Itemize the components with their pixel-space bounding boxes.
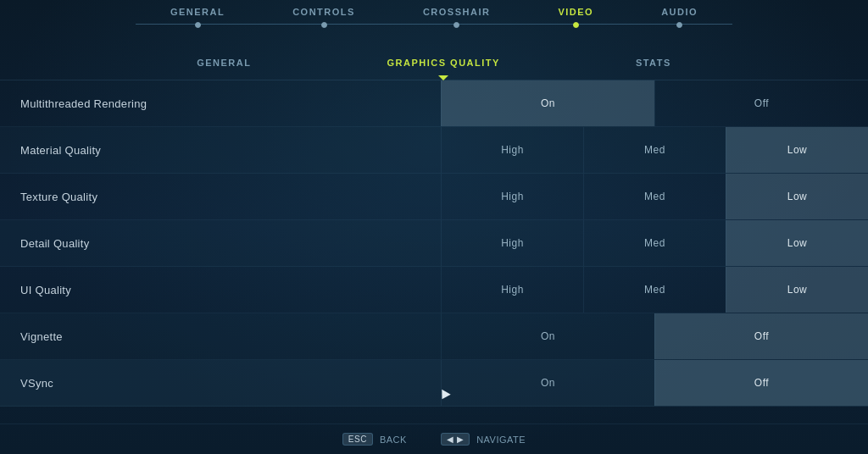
- option-btn-3-0[interactable]: High: [441, 220, 583, 266]
- option-btn-4-0[interactable]: High: [441, 267, 583, 313]
- settings-row-5: VignetteOnOff: [0, 313, 868, 360]
- setting-label-6: VSync: [0, 360, 441, 406]
- sub-tab-stats[interactable]: STATS: [568, 53, 739, 73]
- setting-options-4: HighMedLow: [441, 267, 868, 313]
- option-btn-1-2[interactable]: Low: [726, 127, 868, 173]
- nav-tab-audio[interactable]: AUDIO: [627, 7, 732, 28]
- nav-tab-label-crosshair: CROSSHAIR: [423, 7, 491, 22]
- option-btn-0-0[interactable]: On: [441, 80, 654, 126]
- settings-row-4: UI QualityHighMedLow: [0, 267, 868, 313]
- option-btn-1-1[interactable]: Med: [583, 127, 726, 173]
- setting-label-3: Detail Quality: [0, 220, 441, 266]
- setting-options-1: HighMedLow: [441, 127, 868, 173]
- bottom-bar: ESC BACK ◀ ▶ NAVIGATE: [0, 424, 868, 454]
- nav-tab-controls[interactable]: CONTROLS: [259, 7, 389, 28]
- option-btn-2-2[interactable]: Low: [726, 174, 868, 219]
- nav-tab-general[interactable]: GENERAL: [136, 7, 259, 28]
- key-badge-0: ESC: [342, 433, 373, 446]
- setting-label-0: Multithreaded Rendering: [0, 80, 441, 126]
- option-btn-3-1[interactable]: Med: [583, 220, 726, 266]
- setting-label-2: Texture Quality: [0, 174, 441, 219]
- sub-tab-general[interactable]: GENERAL: [129, 53, 319, 73]
- settings-row-6: VSyncOnOff: [0, 360, 868, 407]
- nav-tab-label-controls: CONTROLS: [292, 7, 355, 22]
- nav-dot-crosshair: [453, 22, 459, 28]
- option-btn-4-1[interactable]: Med: [583, 267, 726, 313]
- setting-options-0: OnOff: [441, 80, 868, 126]
- setting-label-5: Vignette: [0, 313, 441, 359]
- option-btn-1-0[interactable]: High: [441, 127, 583, 173]
- setting-label-4: UI Quality: [0, 267, 441, 313]
- option-btn-2-1[interactable]: Med: [583, 174, 726, 219]
- setting-options-2: HighMedLow: [441, 174, 868, 219]
- page-wrapper: GENERAL CONTROLS CROSSHAIR VIDEO AUDIO G…: [0, 0, 868, 454]
- sub-nav: GENERALGRAPHICS QUALITYSTATS: [0, 42, 868, 80]
- nav-dot-audio: [676, 22, 682, 28]
- top-nav: GENERAL CONTROLS CROSSHAIR VIDEO AUDIO: [0, 0, 868, 42]
- setting-options-5: OnOff: [441, 313, 868, 359]
- setting-options-3: HighMedLow: [441, 220, 868, 266]
- option-btn-6-0[interactable]: On: [441, 360, 654, 406]
- content-area: Multithreaded RenderingOnOffMaterial Qua…: [0, 80, 868, 424]
- option-btn-3-2[interactable]: Low: [726, 220, 868, 266]
- nav-tab-label-general: GENERAL: [170, 7, 225, 22]
- nav-tab-label-video: VIDEO: [558, 7, 593, 22]
- nav-dot-controls: [321, 22, 327, 28]
- setting-label-1: Material Quality: [0, 127, 441, 173]
- setting-options-6: OnOff: [441, 360, 868, 406]
- nav-tab-crosshair[interactable]: CROSSHAIR: [389, 7, 525, 28]
- bottom-action-1: ◀ ▶ NAVIGATE: [441, 433, 526, 446]
- option-btn-5-0[interactable]: On: [441, 313, 654, 359]
- bottom-action-label-0: BACK: [380, 435, 407, 445]
- settings-row-0: Multithreaded RenderingOnOff: [0, 80, 868, 127]
- settings-row-2: Texture QualityHighMedLow: [0, 174, 868, 220]
- bottom-action-label-1: NAVIGATE: [476, 435, 526, 445]
- key-badge-1: ◀ ▶: [441, 433, 470, 446]
- option-btn-0-1[interactable]: Off: [654, 80, 868, 126]
- option-btn-6-1[interactable]: Off: [654, 360, 868, 406]
- option-btn-4-2[interactable]: Low: [726, 267, 868, 313]
- nav-dot-general: [195, 22, 201, 28]
- settings-list: Multithreaded RenderingOnOffMaterial Qua…: [0, 80, 868, 407]
- settings-row-1: Material QualityHighMedLow: [0, 127, 868, 174]
- option-btn-2-0[interactable]: High: [441, 174, 583, 219]
- nav-tab-video[interactable]: VIDEO: [524, 7, 627, 28]
- option-btn-5-1[interactable]: Off: [654, 313, 868, 359]
- bottom-action-0: ESC BACK: [342, 433, 407, 446]
- nav-dot-video: [573, 22, 579, 28]
- nav-tab-label-audio: AUDIO: [661, 7, 698, 22]
- settings-row-3: Detail QualityHighMedLow: [0, 220, 868, 267]
- sub-tab-graphics-quality[interactable]: GRAPHICS QUALITY: [319, 53, 567, 73]
